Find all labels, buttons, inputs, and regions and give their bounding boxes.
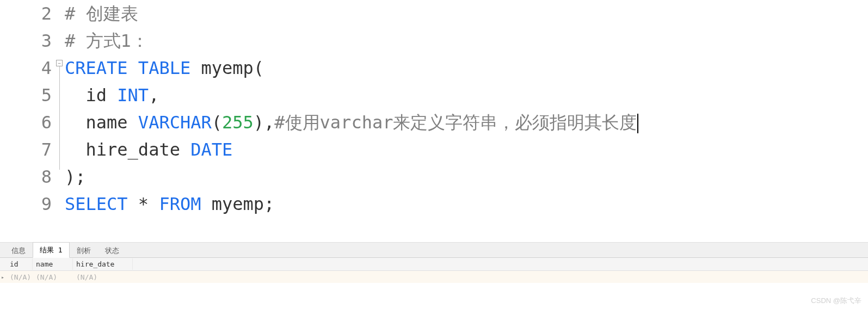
- line-number: 9: [0, 190, 52, 218]
- code-line[interactable]: hire_date DATE: [65, 136, 868, 163]
- code-text-area[interactable]: # 创建表# 方式1：CREATE TABLE myemp( id INT, n…: [65, 0, 868, 242]
- tab-结果 1[interactable]: 结果 1: [33, 242, 70, 258]
- code-line[interactable]: # 方式1：: [65, 27, 868, 54]
- code-token: myemp: [201, 194, 264, 214]
- output-panel: 信息结果 1剖析状态 id name hire_date ▸ (N/A) (N/…: [0, 242, 868, 283]
- code-token: id: [86, 85, 118, 106]
- code-token: VARCHAR: [138, 112, 212, 133]
- fold-guide-line: [59, 66, 60, 170]
- code-token: INT: [117, 85, 149, 106]
- column-header-hire-date[interactable]: hire_date: [73, 258, 133, 270]
- line-number: 4: [0, 54, 52, 82]
- text-cursor: [637, 114, 638, 133]
- code-line[interactable]: id INT,: [65, 82, 868, 109]
- code-token: [128, 58, 138, 78]
- code-line[interactable]: SELECT * FROM myemp;: [65, 190, 868, 218]
- output-tabs: 信息结果 1剖析状态: [0, 243, 868, 258]
- tab-信息[interactable]: 信息: [4, 243, 33, 258]
- code-line[interactable]: );: [65, 163, 868, 190]
- code-token: #使用varchar来定义字符串，必须指明其长度: [274, 112, 637, 133]
- code-token: DATE: [190, 139, 232, 160]
- code-token: (: [212, 112, 222, 133]
- cell-name[interactable]: (N/A): [33, 272, 73, 282]
- code-token: TABLE: [138, 58, 190, 78]
- line-number: 6: [0, 109, 52, 136]
- code-token: [65, 85, 86, 106]
- code-token: SELECT: [65, 194, 128, 214]
- code-token: ;: [264, 194, 274, 214]
- code-line[interactable]: name VARCHAR(255),#使用varchar来定义字符串，必须指明其…: [65, 109, 868, 136]
- code-token: [65, 112, 86, 133]
- fold-gutter: −: [57, 0, 65, 242]
- code-token: FROM: [159, 194, 201, 214]
- code-token: (: [254, 58, 264, 78]
- code-token: CREATE: [65, 58, 128, 78]
- table-row[interactable]: ▸ (N/A) (N/A) (N/A): [0, 271, 868, 283]
- code-editor[interactable]: 23456789 − # 创建表# 方式1：CREATE TABLE myemp…: [0, 0, 868, 242]
- line-number: 3: [0, 27, 52, 54]
- code-token: ,: [149, 85, 159, 106]
- tab-剖析[interactable]: 剖析: [70, 243, 98, 258]
- code-line[interactable]: CREATE TABLE myemp(: [65, 54, 868, 82]
- code-token: );: [65, 166, 86, 187]
- tab-状态[interactable]: 状态: [98, 243, 126, 258]
- line-number-gutter: 23456789: [0, 0, 57, 242]
- code-token: # 方式1：: [65, 30, 149, 51]
- code-token: ),: [254, 112, 275, 133]
- line-number: 7: [0, 136, 52, 163]
- results-header-row: id name hire_date: [0, 258, 868, 271]
- code-token: 255: [222, 112, 254, 133]
- code-line[interactable]: # 创建表: [65, 0, 868, 27]
- code-token: name: [86, 112, 138, 133]
- results-grid[interactable]: id name hire_date ▸ (N/A) (N/A) (N/A): [0, 258, 868, 283]
- code-token: myemp: [190, 58, 254, 78]
- code-token: [65, 139, 86, 160]
- code-token: *: [128, 194, 159, 214]
- cell-id[interactable]: (N/A): [7, 272, 33, 282]
- column-header-id[interactable]: id: [7, 258, 33, 270]
- fold-toggle-icon[interactable]: −: [56, 60, 63, 66]
- column-header-name[interactable]: name: [33, 258, 73, 270]
- line-number: 5: [0, 82, 52, 109]
- line-number: 2: [0, 0, 52, 27]
- cell-hire-date[interactable]: (N/A): [73, 272, 133, 282]
- code-token: hire_date: [86, 139, 191, 160]
- watermark-text: CSDN @陈弋辛: [811, 296, 861, 306]
- line-number: 8: [0, 163, 52, 190]
- code-token: # 创建表: [65, 3, 138, 24]
- row-indicator-icon: ▸: [0, 274, 7, 280]
